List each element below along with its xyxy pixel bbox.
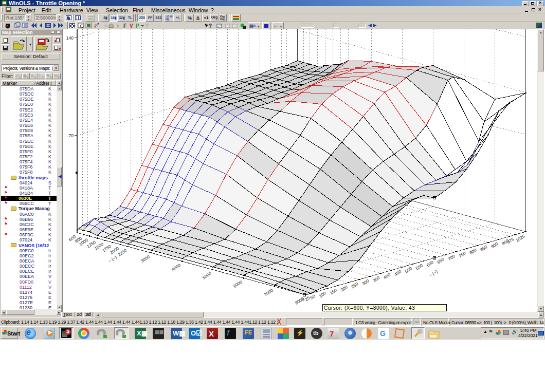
svg-text:P: P	[136, 23, 139, 29]
svg-text:?: ?	[209, 23, 212, 29]
svg-text:140: 140	[66, 35, 74, 41]
svg-text:F: F	[123, 23, 126, 29]
svg-text:V: V	[130, 23, 133, 29]
svg-text:70: 70	[69, 133, 74, 138]
svg-text:?: ?	[146, 23, 149, 29]
svg-text:Cursor: (X=600, Y=8000), Value: Cursor: (X=600, Y=8000), Value: 43	[324, 305, 415, 311]
